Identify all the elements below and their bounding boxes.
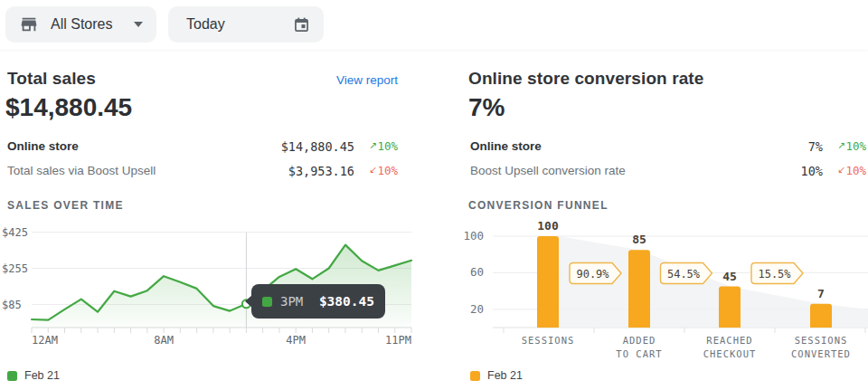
conversion-title: Online store conversion rate xyxy=(468,69,703,89)
conversion-header: Online store conversion rate xyxy=(468,69,866,89)
svg-text:85: 85 xyxy=(632,233,646,246)
svg-text:90.9%: 90.9% xyxy=(576,268,609,281)
view-report-link[interactable]: View report xyxy=(336,73,398,87)
analytics-dashboard: All Stores Today Total sales View report… xyxy=(0,0,868,390)
delta-value: 10% xyxy=(377,164,398,177)
svg-text:11PM: 11PM xyxy=(385,334,411,347)
metric-delta: ↗10% xyxy=(354,139,398,153)
metric-row: Online store $14,880.45 ↗10% xyxy=(7,134,398,158)
svg-text:REACHED: REACHED xyxy=(706,335,752,346)
metric-delta: ↗10% xyxy=(823,139,866,153)
date-selector[interactable]: Today xyxy=(168,6,324,43)
svg-text:54.5%: 54.5% xyxy=(667,268,701,281)
trend-down-icon: ↙ xyxy=(838,164,846,175)
metric-value: $3,953.16 xyxy=(288,164,354,178)
series-color-swatch xyxy=(262,297,272,307)
sales-over-time-section-title: SALES OVER TIME xyxy=(7,199,124,212)
svg-text:60: 60 xyxy=(470,265,484,279)
tooltip-time: 3PM xyxy=(280,294,303,309)
svg-text:TO CART: TO CART xyxy=(616,348,662,359)
store-selector-label: All Stores xyxy=(51,16,112,33)
svg-text:CHECKOUT: CHECKOUT xyxy=(703,348,757,359)
metric-label: Online store xyxy=(470,139,808,153)
funnel-bar[interactable] xyxy=(810,304,832,328)
sales-chart-legend: Feb 21 xyxy=(7,369,60,382)
svg-text:SESSIONS: SESSIONS xyxy=(795,335,848,346)
svg-text:20: 20 xyxy=(470,302,484,316)
metric-row: Total sales via Boost Upsell $3,953.16 ↙… xyxy=(7,158,398,183)
conversion-breakdown: Online store 7% ↗10% Boost Upsell conver… xyxy=(470,134,866,183)
chart-tooltip: 3PM $380.45 xyxy=(251,284,385,319)
legend-swatch-green xyxy=(7,371,17,381)
funnel-category-labels: SESSIONSADDEDTO CARTREACHEDCHECKOUTSESSI… xyxy=(522,335,851,359)
conversion-funnel-chart[interactable]: 10060201008545790.9%54.5%15.5%SESSIONSAD… xyxy=(452,222,868,390)
metric-value: 7% xyxy=(808,139,823,154)
conversion-funnel-section-title: CONVERSION FUNNEL xyxy=(468,199,609,212)
svg-text:45: 45 xyxy=(722,270,737,283)
metric-label: Boost Upsell conversion rate xyxy=(470,164,801,177)
svg-text:$85: $85 xyxy=(2,299,22,311)
svg-text:4PM: 4PM xyxy=(286,334,306,347)
conversion-rate-badges: 90.9%54.5%15.5% xyxy=(570,263,803,284)
chevron-down-icon xyxy=(134,22,143,27)
delta-value: 10% xyxy=(377,139,398,153)
total-sales-title: Total sales xyxy=(7,69,96,89)
metric-row: Online store 7% ↗10% xyxy=(470,134,866,158)
metric-delta: ↙10% xyxy=(823,164,866,177)
legend-swatch-orange xyxy=(470,371,480,381)
svg-text:12AM: 12AM xyxy=(32,334,58,347)
svg-text:8AM: 8AM xyxy=(154,334,174,347)
metric-value: $14,880.45 xyxy=(281,139,354,154)
svg-text:100: 100 xyxy=(537,222,559,233)
metric-row: Boost Upsell conversion rate 10% ↙10% xyxy=(470,158,866,183)
store-icon xyxy=(19,14,39,34)
calendar-icon xyxy=(292,15,311,34)
metric-delta: ↙10% xyxy=(354,164,398,177)
tooltip-value: $380.45 xyxy=(319,294,374,309)
svg-text:7: 7 xyxy=(817,287,825,300)
funnel-bar[interactable] xyxy=(537,236,559,328)
metric-label: Online store xyxy=(7,139,281,153)
svg-text:CONVERTED: CONVERTED xyxy=(791,348,851,359)
delta-value: 10% xyxy=(845,164,866,177)
trend-down-icon: ↙ xyxy=(370,164,378,175)
topbar: All Stores Today xyxy=(0,0,868,50)
trend-up-icon: ↗ xyxy=(838,139,846,150)
svg-text:ADDED: ADDED xyxy=(623,335,656,346)
funnel-bar[interactable] xyxy=(719,287,741,328)
svg-text:15.5%: 15.5% xyxy=(758,268,791,281)
metric-label: Total sales via Boost Upsell xyxy=(7,164,288,177)
legend-label: Feb 21 xyxy=(487,369,523,382)
delta-value: 10% xyxy=(845,139,866,153)
total-sales-header: Total sales View report xyxy=(7,69,398,89)
total-sales-value: $14,880.45 xyxy=(5,92,132,123)
svg-text:100: 100 xyxy=(463,229,484,243)
legend-label: Feb 21 xyxy=(24,369,60,382)
trend-up-icon: ↗ xyxy=(370,139,378,150)
date-selector-label: Today xyxy=(186,16,225,33)
total-sales-breakdown: Online store $14,880.45 ↗10% Total sales… xyxy=(7,134,398,183)
conversion-value: 7% xyxy=(468,92,505,123)
metric-value: 10% xyxy=(801,164,823,178)
funnel-chart-legend: Feb 21 xyxy=(470,369,523,382)
store-selector[interactable]: All Stores xyxy=(5,6,156,43)
svg-text:SESSIONS: SESSIONS xyxy=(522,335,575,346)
funnel-bar[interactable] xyxy=(628,250,650,328)
svg-text:$425: $425 xyxy=(2,226,28,239)
svg-text:$255: $255 xyxy=(2,262,28,275)
